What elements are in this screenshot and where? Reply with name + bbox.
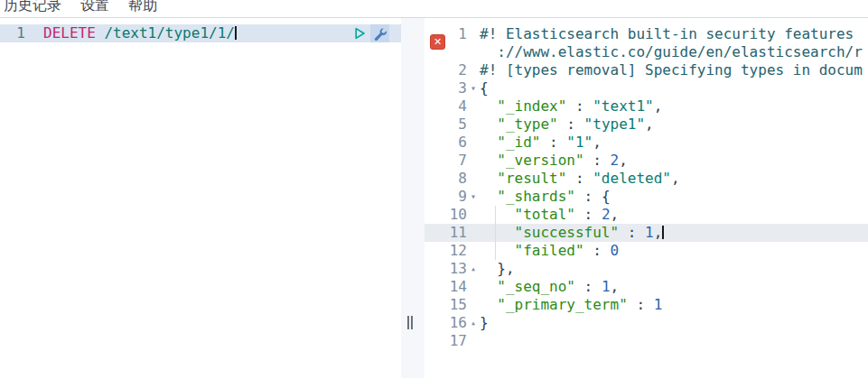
code-token: , xyxy=(654,224,663,241)
code-token: { xyxy=(480,79,489,97)
code-token: 2 xyxy=(611,152,620,169)
code-line: 14 "_seq_no" : 1, xyxy=(425,278,868,296)
line-number: 16 xyxy=(425,314,467,332)
request-options-button[interactable] xyxy=(370,24,389,42)
fold-spacer xyxy=(467,43,480,61)
request-line[interactable]: 1 DELETE/text1/type1/1/ xyxy=(0,24,401,42)
fold-spacer xyxy=(467,206,480,224)
send-request-button[interactable] xyxy=(351,25,368,42)
fold-icon[interactable]: ▴ xyxy=(467,314,480,332)
code-token: "_id" xyxy=(497,134,540,151)
gutter: 10 xyxy=(425,206,480,224)
code-token: , xyxy=(619,152,628,169)
code-token: "type1" xyxy=(584,116,645,133)
code-token: : xyxy=(584,152,611,169)
code-token: "_seq_no" xyxy=(497,278,575,295)
pane-divider[interactable] xyxy=(401,18,425,378)
fold-icon[interactable]: ▾ xyxy=(467,188,480,206)
menu-item-help[interactable]: 帮助 xyxy=(128,0,157,17)
fold-icon[interactable]: ▴ xyxy=(467,260,480,278)
code-line: 8 "result" : "deleted", xyxy=(425,170,868,188)
response-output: ✕ 1#! Elasticsearch built-in security fe… xyxy=(425,18,868,378)
code-token: "text1" xyxy=(593,97,653,115)
code-line: 5 "_type" : "type1", xyxy=(425,116,868,134)
console-app: 历史记录 设置 帮助 1 DELETE/text1/type1/1/ xyxy=(0,0,868,379)
code-line: 2#! [types removal] Specifying types in … xyxy=(425,61,868,79)
code-line: 15 "_primary_term" : 1 xyxy=(425,296,868,314)
code-text: "_version" : 2, xyxy=(480,152,628,170)
line-number: 9 xyxy=(425,188,467,206)
gutter: 2 xyxy=(425,61,480,79)
code-token: : xyxy=(575,188,602,205)
line-number: 6 xyxy=(425,134,467,152)
request-text[interactable]: DELETE/text1/type1/1/ xyxy=(43,24,237,42)
gutter: 7 xyxy=(425,152,480,170)
code-line: 13▴ }, xyxy=(425,260,868,278)
code-text: }, xyxy=(480,260,515,278)
code-token xyxy=(480,97,497,115)
fold-spacer xyxy=(467,61,480,79)
divider-handle-icon[interactable] xyxy=(407,316,413,329)
code-text: } xyxy=(480,314,489,332)
code-token xyxy=(480,206,515,223)
code-line: 12 "failed" : 0 xyxy=(425,242,868,260)
code-token: "1" xyxy=(566,134,593,151)
code-token: : xyxy=(584,242,611,259)
console-menubar: 历史记录 设置 帮助 xyxy=(0,0,868,18)
code-token: "result" xyxy=(497,170,566,187)
code-token xyxy=(480,152,497,169)
code-text: "_shards" : { xyxy=(480,188,611,206)
code-token: : xyxy=(540,134,566,151)
code-line: 4 "_index" : "text1", xyxy=(425,97,868,116)
indent-guide xyxy=(495,242,496,260)
code-token: "_version" xyxy=(497,152,583,169)
gutter: 16▴ xyxy=(425,314,480,332)
code-text: "_index" : "text1", xyxy=(480,97,662,116)
wrench-icon xyxy=(373,27,387,41)
method-token: DELETE xyxy=(43,24,96,42)
request-editor[interactable]: 1 DELETE/text1/type1/1/ xyxy=(0,18,401,378)
code-token: 1 xyxy=(654,296,663,313)
line-number: 11 xyxy=(425,224,467,242)
code-token: , xyxy=(611,206,620,223)
code-line: 17 xyxy=(425,332,868,350)
code-token: "_index" xyxy=(497,97,566,115)
gutter: 3▾ xyxy=(425,79,480,97)
menu-item-history[interactable]: 历史记录 xyxy=(4,0,61,17)
code-text: #! [types removal] Specifying types in d… xyxy=(480,61,863,79)
line-number: 8 xyxy=(425,170,467,188)
code-token: : xyxy=(566,170,593,187)
code-token: #! Elasticsearch built-in security featu… xyxy=(480,25,854,42)
fold-spacer xyxy=(467,224,480,242)
code-token: 1 xyxy=(645,224,654,241)
code-token: : xyxy=(619,224,645,241)
code-token: "_primary_term" xyxy=(497,296,628,313)
gutter: 6 xyxy=(425,134,480,152)
line-number: 12 xyxy=(425,242,467,260)
gutter: 14 xyxy=(425,278,480,296)
code-line: 11 "successful" : 1, xyxy=(425,224,868,242)
request-line-number: 1 xyxy=(0,24,36,42)
code-text: "result" : "deleted", xyxy=(480,170,680,188)
code-token xyxy=(480,134,497,151)
fold-spacer xyxy=(467,97,480,116)
line-number: 1 xyxy=(425,25,467,43)
code-token: } xyxy=(480,314,489,331)
indent-guide xyxy=(495,206,496,224)
code-token: "failed" xyxy=(515,242,584,259)
code-token: }, xyxy=(480,260,515,277)
gutter: 11 xyxy=(425,224,480,242)
code-token xyxy=(480,296,497,313)
line-number xyxy=(425,43,467,61)
response-code: 1#! Elasticsearch built-in security feat… xyxy=(425,25,868,350)
code-token: ://www.elastic.co/guide/en/elasticsearch… xyxy=(480,43,863,60)
code-token: : xyxy=(575,206,602,223)
code-token: "_shards" xyxy=(497,188,575,205)
code-token: "deleted" xyxy=(593,170,671,187)
fold-icon[interactable]: ▾ xyxy=(467,79,480,97)
menu-item-settings[interactable]: 设置 xyxy=(80,0,109,17)
gutter: 8 xyxy=(425,170,480,188)
gutter xyxy=(425,43,480,61)
gutter: 13▴ xyxy=(425,260,480,278)
request-actions xyxy=(351,24,389,42)
